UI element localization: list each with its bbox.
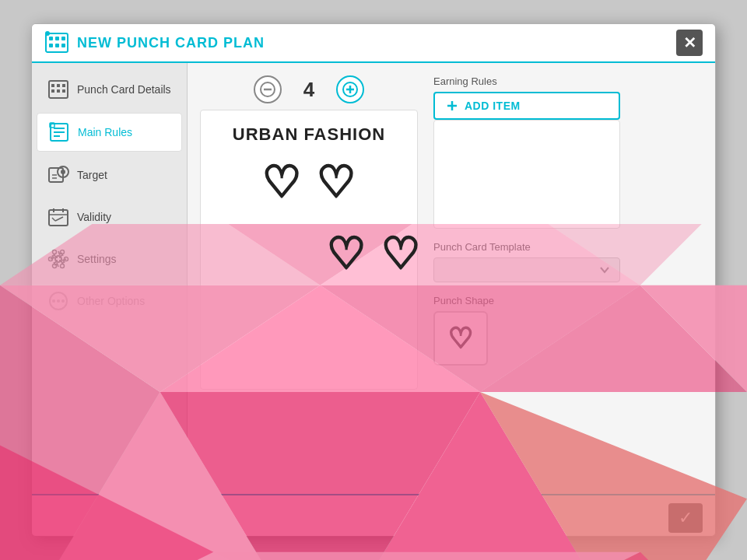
- hearts-top-row: ♡ ♡: [247, 152, 371, 204]
- svg-rect-11: [62, 84, 65, 87]
- add-item-label: ADD ITEM: [465, 100, 521, 112]
- punch-card-preview: URBAN FASHION ♡ ♡: [200, 110, 418, 390]
- sidebar-item-punch-card-details[interactable]: Punch Card Details: [37, 71, 182, 108]
- svg-rect-5: [55, 44, 59, 47]
- svg-rect-13: [57, 89, 60, 93]
- modal-container: NEW PUNCH CARD PLAN ✕ Punch Card Details: [31, 23, 716, 537]
- svg-rect-0: [46, 33, 68, 52]
- card-brand-name: URBAN FASHION: [225, 110, 393, 152]
- svg-rect-3: [61, 37, 65, 40]
- close-button[interactable]: ✕: [676, 30, 703, 56]
- plus-icon: [342, 82, 358, 97]
- modal-body: Punch Card Details Main Rules: [32, 63, 715, 494]
- punch-card-details-icon: [47, 79, 69, 100]
- svg-rect-1: [49, 37, 53, 40]
- svg-rect-10: [57, 84, 60, 87]
- punch-count-value: 4: [297, 78, 321, 102]
- svg-rect-25: [49, 210, 68, 226]
- svg-rect-12: [51, 89, 54, 93]
- svg-point-7: [45, 31, 50, 36]
- sidebar-item-target[interactable]: Target: [37, 156, 182, 194]
- main-content: 4 URBAN FASHION: [188, 63, 715, 494]
- target-icon: [47, 164, 69, 186]
- svg-rect-2: [55, 37, 59, 40]
- sidebar-label-punch-card-details: Punch Card Details: [77, 83, 171, 96]
- card-background-pattern: ♡ ♡: [200, 224, 418, 390]
- main-rules-icon: [48, 121, 70, 143]
- sidebar-label-validity: Validity: [77, 211, 111, 223]
- hearts-bottom-row: ♡ ♡: [200, 232, 418, 275]
- svg-point-22: [61, 170, 65, 174]
- svg-rect-4: [49, 44, 53, 47]
- add-item-button[interactable]: ADD ITEM: [433, 92, 620, 120]
- svg-line-30: [55, 217, 63, 221]
- punch-count-controls: 4: [254, 75, 364, 103]
- svg-rect-14: [62, 89, 65, 93]
- svg-line-29: [52, 218, 55, 221]
- modal-title: NEW PUNCH CARD PLAN: [77, 35, 265, 51]
- increment-button[interactable]: [336, 75, 364, 103]
- svg-rect-6: [61, 44, 65, 47]
- earning-rules-box: [433, 120, 620, 229]
- decrement-button[interactable]: [254, 75, 282, 103]
- heart-2: ♡: [317, 160, 356, 204]
- sidebar-item-main-rules[interactable]: Main Rules: [37, 113, 182, 152]
- svg-rect-9: [51, 84, 54, 87]
- sidebar-label-main-rules: Main Rules: [78, 126, 132, 138]
- heart-4: ♡: [381, 232, 418, 275]
- add-item-plus-icon: [446, 100, 458, 112]
- earning-rules-label: Earning Rules: [433, 75, 620, 87]
- minus-icon: [260, 82, 275, 97]
- heart-1: ♡: [262, 160, 301, 204]
- modal-header: NEW PUNCH CARD PLAN ✕: [32, 24, 715, 63]
- punch-card-icon: [44, 30, 69, 55]
- heart-3: ♡: [327, 232, 366, 275]
- earning-rules-section: Earning Rules ADD ITEM: [433, 75, 620, 229]
- title-group: NEW PUNCH CARD PLAN: [44, 30, 265, 55]
- sidebar-label-target: Target: [77, 169, 107, 181]
